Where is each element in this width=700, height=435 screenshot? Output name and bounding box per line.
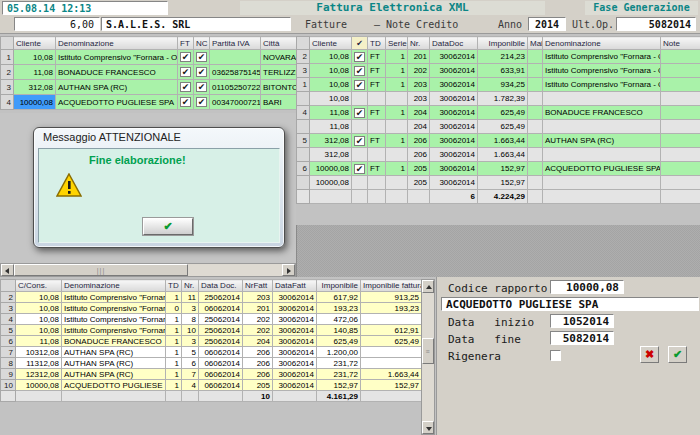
nc-cell[interactable]: ✔: [194, 50, 210, 65]
table-row[interactable]: 210,08Istituto Comprensivo "Fornara - Os…: [1, 292, 422, 303]
checked-cell[interactable]: ✔: [352, 162, 368, 176]
row-checkbox[interactable]: ✔: [180, 82, 191, 92]
table-row[interactable]: 310,08✔FT120230062014633,91Istituto Comp…: [297, 64, 700, 78]
data-inizio-field[interactable]: 1052014: [550, 314, 614, 328]
row-checkbox[interactable]: ✔: [354, 66, 365, 76]
row-checkbox[interactable]: ✔: [354, 108, 365, 118]
tab-note-credito[interactable]: Note Credito: [386, 19, 458, 30]
confirm-button[interactable]: ✔: [668, 346, 687, 363]
col-header[interactable]: Data Doc.: [199, 280, 243, 292]
checked-cell[interactable]: ✔: [352, 78, 368, 92]
col-header[interactable]: Denominazione: [56, 37, 178, 50]
ultop-field[interactable]: 5082014: [616, 17, 696, 31]
table-row[interactable]: 110,08Istituto Comprensivo "Fornara - Os…: [1, 50, 297, 65]
col-header[interactable]: Nr.: [182, 280, 199, 292]
col-header[interactable]: Imponibile: [478, 37, 528, 50]
rigenera-checkbox[interactable]: [550, 350, 561, 361]
col-header[interactable]: Nr.: [408, 37, 430, 50]
table-row[interactable]: 104.161,29: [1, 391, 422, 402]
company-name-field[interactable]: S.A.L.E.S. SRL: [101, 17, 291, 31]
row-checkbox[interactable]: ✔: [354, 52, 365, 62]
vscroll-thumb[interactable]: ≡: [422, 338, 434, 364]
col-header[interactable]: NrFatt: [243, 280, 273, 292]
scroll-left-button[interactable]: [1, 264, 14, 276]
table-row[interactable]: 312,08206300620141.663,44: [297, 148, 700, 162]
col-header[interactable]: Mail: [528, 37, 543, 50]
table-row[interactable]: 211,08BONADUCE FRANCESCO✔✔03625875145TER…: [1, 65, 297, 80]
col-header[interactable]: TD: [368, 37, 386, 50]
col-header[interactable]: NC: [194, 37, 210, 50]
cancel-button[interactable]: ✖: [640, 346, 659, 363]
col-header[interactable]: FT: [178, 37, 194, 50]
checked-cell[interactable]: [352, 92, 368, 106]
table-row[interactable]: 310,08Istituto Comprensivo "Fornara - Os…: [1, 303, 422, 314]
nc-cell[interactable]: ✔: [194, 95, 210, 110]
checked-cell[interactable]: ✔: [352, 106, 368, 120]
col-header[interactable]: Denominazione: [543, 37, 661, 50]
col-header[interactable]: Partita IVA: [210, 37, 261, 50]
col-header[interactable]: Imponibile: [317, 280, 361, 292]
ft-cell[interactable]: ✔: [178, 80, 194, 95]
table-row[interactable]: 10000,0820530062014152,97: [297, 176, 700, 190]
anno-field[interactable]: 2014: [528, 17, 566, 31]
table-row[interactable]: 912312,08AUTHAN SPA (RC)1706062014206300…: [1, 369, 422, 380]
checked-cell[interactable]: [352, 190, 368, 204]
col-header[interactable]: DataFatt: [273, 280, 317, 292]
denominazione-field[interactable]: ACQUEDOTTO PUGLIESE SPA: [441, 297, 699, 311]
row-checkbox[interactable]: ✔: [196, 67, 207, 77]
col-header[interactable]: Denominazione: [62, 280, 166, 292]
company-code-field[interactable]: 6,00: [14, 17, 100, 31]
table-row[interactable]: 64.224,29: [297, 190, 700, 204]
checked-cell[interactable]: [352, 120, 368, 134]
col-header[interactable]: TD: [166, 280, 182, 292]
table-row[interactable]: 3312,08AUTHAN SPA (RC)✔✔01105250722BITON…: [1, 80, 297, 95]
checked-cell[interactable]: ✔: [352, 134, 368, 148]
table-row[interactable]: 11,0820430062014625,49: [297, 120, 700, 134]
ft-cell[interactable]: ✔: [178, 95, 194, 110]
col-header[interactable]: Serie: [386, 37, 408, 50]
row-checkbox[interactable]: ✔: [180, 52, 191, 62]
table-row[interactable]: 410,08Istituto Comprensivo "Fornara - Os…: [1, 314, 422, 325]
checked-cell[interactable]: [352, 148, 368, 162]
col-header[interactable]: Cliente: [310, 37, 352, 50]
hscroll-thumb[interactable]: |||: [14, 264, 188, 276]
col-header[interactable]: Note: [661, 37, 700, 50]
table-row[interactable]: 811312,08AUTHAN SPA (RC)1606062014206300…: [1, 358, 422, 369]
table-row[interactable]: 710312,08AUTHAN SPA (RC)1506062014206300…: [1, 347, 422, 358]
row-checkbox[interactable]: ✔: [354, 80, 365, 90]
row-checkbox[interactable]: ✔: [196, 97, 207, 107]
data-fine-field[interactable]: 5082014: [550, 331, 614, 345]
col-header[interactable]: Imponibile fattura: [361, 280, 422, 292]
tab-fatture[interactable]: Fatture: [305, 19, 347, 30]
row-checkbox[interactable]: ✔: [180, 67, 191, 77]
scroll-up-button[interactable]: [422, 280, 434, 293]
row-checkbox[interactable]: ✔: [196, 82, 207, 92]
table-row[interactable]: 210,08✔FT120130062014214,23Istituto Comp…: [297, 50, 700, 64]
table-row[interactable]: 10,08203300620141.782,39: [297, 92, 700, 106]
ft-cell[interactable]: ✔: [178, 65, 194, 80]
col-header[interactable]: DataDoc: [430, 37, 478, 50]
checked-cell[interactable]: ✔: [352, 50, 368, 64]
col-header[interactable]: Cliente: [14, 37, 56, 50]
table-row[interactable]: 1010000,08ACQUEDOTTO PUGLIESE SPA1406062…: [1, 380, 422, 391]
col-header[interactable]: Città: [261, 37, 297, 50]
documents-vscrollbar[interactable]: ≡: [421, 279, 435, 435]
row-checkbox[interactable]: ✔: [354, 136, 365, 146]
table-row[interactable]: 110,08✔FT120330062014934,25Istituto Comp…: [297, 78, 700, 92]
scroll-right-button[interactable]: [282, 264, 295, 276]
select-all-checkbox[interactable]: ✔: [352, 37, 368, 50]
table-row[interactable]: 611,08BONADUCE FRANCESCO1325062014204300…: [1, 336, 422, 347]
col-header[interactable]: C/Cons.: [16, 280, 62, 292]
row-checkbox[interactable]: ✔: [180, 97, 191, 107]
checked-cell[interactable]: [352, 176, 368, 190]
nc-cell[interactable]: ✔: [194, 65, 210, 80]
scroll-down-button[interactable]: [422, 421, 434, 434]
table-row[interactable]: 410000,08ACQUEDOTTO PUGLIESE SPA✔✔003470…: [1, 95, 297, 110]
codice-rapporto-field[interactable]: 10000,08: [550, 280, 624, 294]
nc-cell[interactable]: ✔: [194, 80, 210, 95]
row-checkbox[interactable]: ✔: [196, 52, 207, 62]
ft-cell[interactable]: ✔: [178, 50, 194, 65]
clients-hscrollbar[interactable]: |||: [0, 263, 296, 277]
dialog-ok-button[interactable]: ✔: [143, 218, 193, 235]
table-row[interactable]: 610000,08✔FT120530062014152,97ACQUEDOTTO…: [297, 162, 700, 176]
